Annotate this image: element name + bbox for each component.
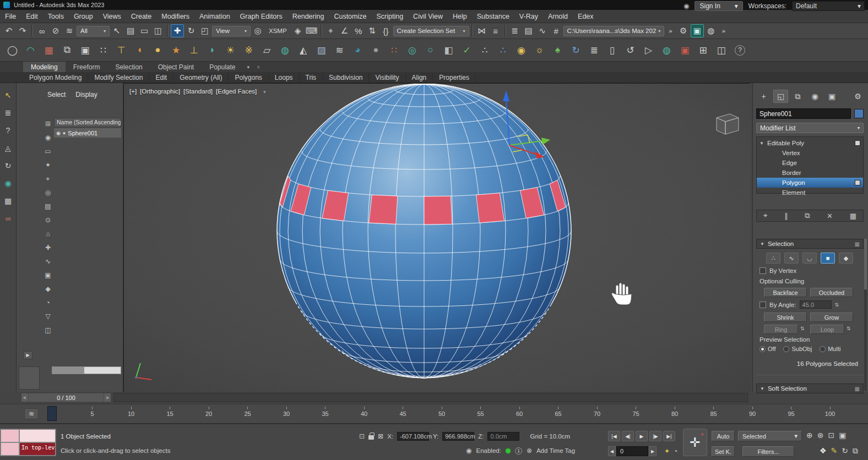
time-slider-track[interactable] xyxy=(113,393,748,402)
backface-button[interactable]: Backface xyxy=(764,288,807,297)
nav-gizmo[interactable] xyxy=(717,114,739,134)
ribbon-subdivision[interactable]: Subdivision xyxy=(323,73,369,82)
show-end-result-icon[interactable]: ∥ xyxy=(784,212,788,220)
select-and-rotate-icon[interactable]: ↻ xyxy=(185,24,198,37)
dark-sphere-icon[interactable]: ◕ xyxy=(350,42,366,58)
mirror-icon[interactable]: ⋈ xyxy=(475,24,489,37)
explorer-tool-icon[interactable]: ▣ xyxy=(43,271,53,280)
schematic-view-icon[interactable]: # xyxy=(550,24,563,37)
grow-button[interactable]: Grow xyxy=(810,313,853,322)
explorer-tool-icon[interactable]: ✚ xyxy=(43,243,53,252)
ribbon-geometry-all[interactable]: Geometry (All) xyxy=(173,73,229,82)
menu-civil-view[interactable]: Civil View xyxy=(408,10,448,23)
monitor-sync-icon[interactable]: ↻ xyxy=(568,42,584,58)
frame-forward-arrow[interactable]: ▶ xyxy=(649,446,657,456)
menu-vray[interactable]: V-Ray xyxy=(514,10,543,23)
toolbar-overflow-icon[interactable]: » xyxy=(718,28,729,34)
menu-graph-editors[interactable]: Graph Editors xyxy=(235,10,287,23)
tab-selection[interactable]: Selection xyxy=(107,62,150,72)
explorer-tool-icon[interactable]: ◆ xyxy=(43,284,53,293)
preview-off-radio[interactable]: Off xyxy=(760,346,775,352)
listener-script-line[interactable]: In top-lev xyxy=(19,442,56,456)
by-angle-checkbox[interactable] xyxy=(760,302,766,308)
menu-customize[interactable]: Customize xyxy=(329,10,371,23)
time-slider-box[interactable]: < 0 / 100 > xyxy=(21,393,111,402)
menu-help[interactable]: Help xyxy=(448,10,472,23)
occluded-button[interactable]: Occluded xyxy=(810,288,853,297)
menu-animation[interactable]: Animation xyxy=(194,10,235,23)
set-keys-button[interactable]: ✛ + xyxy=(683,429,707,456)
viewport-shading-menu[interactable]: [Edged Faces] xyxy=(216,88,257,95)
waves-icon[interactable]: ≋ xyxy=(332,42,348,58)
torus-icon[interactable]: ◎ xyxy=(404,42,420,58)
perspective-viewport[interactable]: [+][Orthographic][Standard][Edged Faces] xyxy=(123,83,750,392)
clapboard-icon[interactable]: ◧ xyxy=(441,42,457,58)
lattice-icon[interactable]: ▨ xyxy=(313,42,329,58)
mini-curve-editor-button[interactable]: ≋ xyxy=(24,408,39,419)
set-key-icon[interactable]: ✦ xyxy=(664,447,670,455)
key-filters-icon[interactable]: ◔ xyxy=(674,447,677,455)
menu-modifiers[interactable]: Modifiers xyxy=(156,10,194,23)
keyboard-override-icon[interactable]: ⌨ xyxy=(305,24,318,37)
remove-modifier-icon[interactable]: ✕ xyxy=(827,212,833,220)
loop-tool-icon[interactable]: ↺ xyxy=(622,42,638,58)
viewport-pov-menu[interactable]: [Orthographic] xyxy=(140,88,180,95)
go-to-end-button[interactable]: ▶| xyxy=(663,431,675,441)
menu-file[interactable]: File xyxy=(0,10,21,23)
ribbon-toggle-icon[interactable]: ▤ xyxy=(522,24,535,37)
capsule-icon[interactable]: ◗ xyxy=(204,42,220,58)
select-and-manipulate-icon[interactable]: ◈ xyxy=(291,24,305,37)
menu-group[interactable]: Group xyxy=(69,10,98,23)
window-crossing-icon[interactable]: ◫ xyxy=(151,24,165,37)
check-shield-icon[interactable]: ✓ xyxy=(459,42,475,58)
soft-selection-rollout-header[interactable]: ▼ Soft Selection ▦ xyxy=(756,384,864,393)
stack-item-border[interactable]: Border xyxy=(757,168,863,178)
preview-subobj-radio[interactable]: SubObj xyxy=(783,346,812,352)
select-region-icon[interactable]: ↖ xyxy=(3,90,14,101)
time-slider-value[interactable]: 0 / 100 xyxy=(29,393,104,402)
loop-button[interactable]: Loop xyxy=(810,325,844,334)
ribbon-edit[interactable]: Edit xyxy=(149,73,173,82)
ribbon-collapse-icon[interactable]: ▿ xyxy=(253,62,264,72)
viewport-canvas[interactable] xyxy=(124,84,751,392)
toolbar-overflow-icon[interactable]: » xyxy=(665,28,676,34)
grid-tool-icon[interactable]: ▦ xyxy=(3,195,14,206)
orbit-icon[interactable]: ↻ xyxy=(842,446,848,456)
sphere-object[interactable] xyxy=(277,84,571,378)
element-mode-icon[interactable]: ◆ xyxy=(839,253,853,264)
key-selection-select[interactable]: Selected▾ xyxy=(738,431,802,441)
ribbon-tab-options-icon[interactable]: ▾ xyxy=(243,62,254,72)
layer-explorer-icon[interactable]: ≣ xyxy=(508,24,522,37)
axis-constraint-icon[interactable]: ◬ xyxy=(3,143,14,154)
tree-icon[interactable]: ♠ xyxy=(550,42,566,58)
curve-editor-icon[interactable]: ∿ xyxy=(536,24,549,37)
edit-named-selection-sets-icon[interactable]: {} xyxy=(379,24,393,37)
explorer-row-sphere001[interactable]: ◉ ● Sphere001 xyxy=(54,128,121,138)
color-dots-icon[interactable]: ∷ xyxy=(386,42,402,58)
explorer-tool-icon[interactable]: ◔ xyxy=(43,298,53,307)
explorer-tool-icon[interactable]: ⌖ xyxy=(43,174,53,183)
render-production-icon[interactable]: ◍ xyxy=(704,24,718,37)
add-time-tag-label[interactable]: Add Time Tag xyxy=(536,447,575,454)
timeline-scrub-handle[interactable] xyxy=(47,406,57,421)
help-icon[interactable]: ? xyxy=(735,45,745,56)
arc-icon[interactable]: ◠ xyxy=(23,42,39,58)
sun-icon[interactable]: ☀ xyxy=(223,42,238,58)
red-screen-icon[interactable]: ▣ xyxy=(677,42,693,58)
viewport-menu-arrow-icon[interactable]: ▾ xyxy=(263,89,266,95)
explorer-tool-icon[interactable]: ⊙ xyxy=(43,216,53,224)
time-tag-icon[interactable]: ⊗ xyxy=(527,447,532,454)
menu-views[interactable]: Views xyxy=(98,10,126,23)
explorer-tool-icon[interactable]: ✦ xyxy=(43,161,53,169)
explorer-tool-icon[interactable]: ▤ xyxy=(43,202,53,211)
workspace-select[interactable]: Default▾ xyxy=(792,1,865,11)
stack-item-element[interactable]: Element xyxy=(757,188,863,198)
set-key-button[interactable]: Set K. xyxy=(712,446,735,457)
project-folder-select[interactable]: C:\Users\raana...s\3ds Max 202▾ xyxy=(563,26,665,36)
x-coordinate-field[interactable]: -607.108cm xyxy=(397,432,429,441)
select-and-link-icon[interactable]: ∞ xyxy=(35,24,48,37)
object-color-swatch[interactable] xyxy=(854,109,864,118)
explorer-tool-icon[interactable]: ◉ xyxy=(43,133,53,142)
selection-region-status-icon[interactable]: ⊡ xyxy=(359,432,365,440)
scene-explorer-toggle-icon[interactable]: ≣ xyxy=(3,107,14,118)
